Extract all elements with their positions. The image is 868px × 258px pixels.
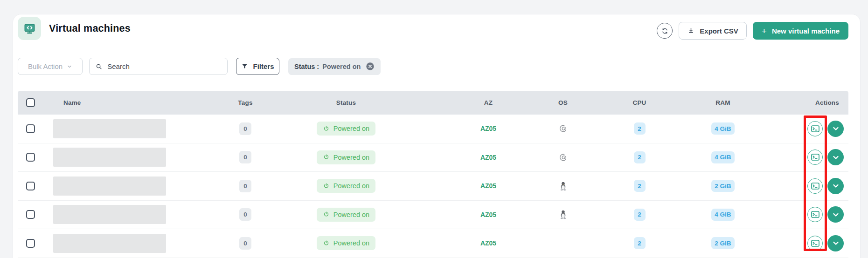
bulk-action-dropdown[interactable]: Bulk Action bbox=[18, 58, 83, 75]
status-badge: Powered on bbox=[317, 150, 375, 164]
console-terminal-icon bbox=[811, 124, 820, 133]
az-label: AZ05 bbox=[480, 125, 496, 132]
console-terminal-icon bbox=[811, 182, 820, 190]
ram-badge: 4 GiB bbox=[711, 122, 734, 135]
cpu-badge: 2 bbox=[634, 209, 646, 221]
header-actions: Export CSV + New virtual machine bbox=[657, 22, 848, 40]
row-actions-dropdown-button[interactable] bbox=[827, 178, 844, 194]
vm-table: Name Tags Status AZ OS CPU RAM Actions 0… bbox=[18, 91, 848, 258]
chevron-down-icon bbox=[67, 64, 72, 69]
refresh-icon bbox=[661, 27, 669, 35]
filters-label: Filters bbox=[253, 62, 274, 70]
cpu-badge: 2 bbox=[634, 151, 646, 163]
table-row: 0 Powered on AZ05 2 4 GiB bbox=[18, 201, 848, 230]
open-console-button[interactable] bbox=[807, 236, 823, 251]
new-vm-label: New virtual machine bbox=[772, 27, 840, 35]
filters-button[interactable]: Filters bbox=[236, 58, 279, 75]
row-checkbox[interactable] bbox=[26, 153, 35, 162]
row-actions-dropdown-button[interactable] bbox=[827, 121, 844, 137]
export-csv-button[interactable]: Export CSV bbox=[679, 22, 747, 40]
ram-badge: 2 GiB bbox=[711, 237, 734, 249]
ram-badge: 4 GiB bbox=[711, 209, 734, 221]
row-checkbox[interactable] bbox=[26, 124, 35, 133]
virtual-machines-card: Virtual machines Export CSV + bbox=[13, 14, 861, 258]
power-icon bbox=[323, 154, 330, 161]
cpu-badge: 2 bbox=[634, 180, 646, 192]
open-console-button[interactable] bbox=[807, 121, 823, 136]
search-box bbox=[89, 58, 228, 75]
remove-filter-button[interactable] bbox=[366, 62, 375, 71]
tags-badge: 0 bbox=[239, 122, 251, 135]
power-icon bbox=[323, 183, 330, 190]
power-icon bbox=[323, 211, 330, 218]
vm-name-placeholder bbox=[53, 234, 166, 253]
col-header-tags: Tags bbox=[205, 99, 285, 106]
table-header-row: Name Tags Status AZ OS CPU RAM Actions bbox=[18, 91, 848, 115]
linux-os-icon bbox=[558, 210, 568, 219]
status-badge: Powered on bbox=[317, 122, 375, 136]
export-csv-label: Export CSV bbox=[700, 27, 738, 35]
status-badge: Powered on bbox=[317, 208, 375, 222]
col-header-az: AZ bbox=[428, 99, 549, 106]
col-header-ram: RAM bbox=[676, 99, 770, 106]
chevron-down-icon bbox=[831, 238, 840, 248]
row-actions-dropdown-button[interactable] bbox=[827, 235, 844, 251]
table-row: 0 Powered on AZ05 2 4 GiB bbox=[18, 143, 848, 172]
plus-icon: + bbox=[762, 27, 767, 35]
debian-os-icon bbox=[558, 152, 568, 163]
close-circle-icon bbox=[366, 62, 375, 71]
open-console-button[interactable] bbox=[807, 178, 823, 194]
chip-value: Powered on bbox=[322, 63, 361, 70]
vm-name-placeholder bbox=[53, 205, 166, 224]
linux-os-icon bbox=[558, 181, 568, 191]
az-label: AZ05 bbox=[480, 239, 496, 247]
chip-label: Status : bbox=[294, 63, 319, 70]
new-virtual-machine-button[interactable]: + New virtual machine bbox=[753, 22, 848, 40]
row-checkbox[interactable] bbox=[26, 239, 35, 248]
console-terminal-icon bbox=[811, 239, 820, 248]
chevron-down-icon bbox=[831, 124, 840, 133]
ram-badge: 2 GiB bbox=[711, 180, 734, 192]
select-all-checkbox[interactable] bbox=[26, 98, 35, 107]
row-checkbox[interactable] bbox=[26, 210, 35, 219]
vm-name-placeholder bbox=[53, 119, 166, 138]
col-header-status: Status bbox=[285, 99, 407, 106]
power-icon bbox=[323, 240, 330, 247]
row-checkbox[interactable] bbox=[26, 182, 35, 190]
page: { "page": { "title": "Virtual machines" … bbox=[0, 0, 868, 258]
monitor-code-icon bbox=[18, 17, 41, 40]
row-actions-dropdown-button[interactable] bbox=[827, 206, 844, 223]
page-title: Virtual machines bbox=[49, 23, 131, 34]
col-header-name: Name bbox=[52, 99, 205, 106]
az-label: AZ05 bbox=[480, 154, 496, 161]
refresh-button[interactable] bbox=[657, 23, 673, 39]
debian-os-icon bbox=[558, 123, 568, 134]
open-console-button[interactable] bbox=[807, 207, 823, 222]
open-console-button[interactable] bbox=[807, 149, 823, 165]
status-filter-chip: Status : Powered on bbox=[288, 58, 381, 75]
page-header: Virtual machines Export CSV + bbox=[18, 15, 855, 41]
status-badge: Powered on bbox=[317, 179, 375, 193]
search-icon bbox=[95, 62, 103, 71]
cpu-badge: 2 bbox=[634, 237, 646, 249]
chevron-down-icon bbox=[831, 153, 840, 162]
table-row: 0 Powered on AZ05 2 4 GiB bbox=[18, 115, 848, 143]
tags-badge: 0 bbox=[239, 151, 251, 163]
chevron-down-icon bbox=[831, 181, 840, 190]
console-terminal-icon bbox=[811, 153, 820, 162]
ram-badge: 4 GiB bbox=[711, 151, 734, 163]
col-header-cpu: CPU bbox=[602, 99, 677, 106]
download-icon bbox=[687, 27, 695, 35]
vm-name-placeholder bbox=[53, 177, 166, 196]
status-badge: Powered on bbox=[317, 236, 375, 250]
vm-name-placeholder bbox=[53, 148, 166, 167]
chevron-down-icon bbox=[831, 210, 840, 219]
table-row: 0 Powered on AZ05 2 2 GiB bbox=[18, 172, 848, 201]
filter-funnel-icon bbox=[241, 63, 248, 70]
bulk-action-label: Bulk Action bbox=[28, 62, 62, 70]
row-actions-dropdown-button[interactable] bbox=[827, 149, 844, 165]
power-icon bbox=[323, 125, 330, 132]
az-label: AZ05 bbox=[480, 182, 496, 190]
tags-badge: 0 bbox=[239, 237, 251, 250]
search-input[interactable] bbox=[107, 62, 222, 70]
